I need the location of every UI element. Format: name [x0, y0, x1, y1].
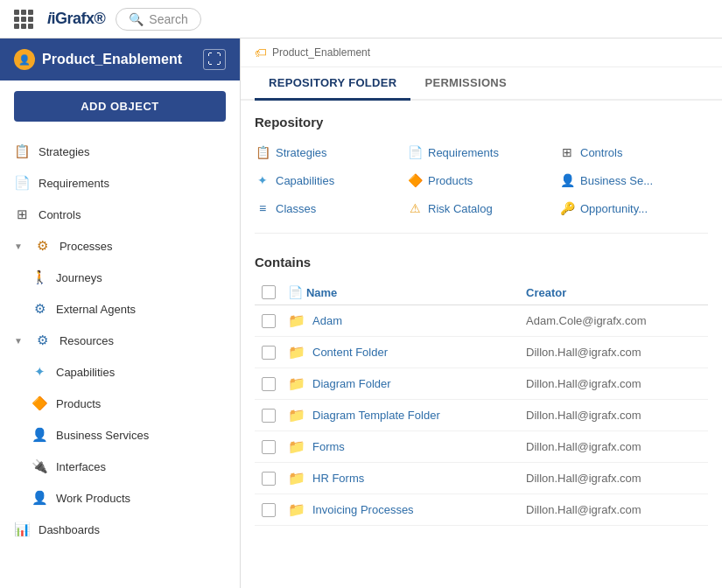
row-checkbox[interactable] — [262, 503, 276, 517]
row-name[interactable]: 📁 Adam — [288, 312, 526, 329]
products-icon: 🔶 — [32, 396, 47, 411]
sidebar-item-controls[interactable]: ⊞ Controls — [0, 199, 240, 230]
repo-item-strategies[interactable]: 📋 Strategies — [255, 142, 403, 163]
row-name[interactable]: 📁 HR Forms — [288, 470, 526, 486]
row-name[interactable]: 📁 Diagram Template Folder — [288, 407, 526, 424]
repository-grid: 📋 Strategies 📄 Requirements ⊞ Controls ✦… — [255, 142, 708, 234]
tab-bar: REPOSITORY FOLDER PERMISSIONS — [241, 67, 722, 101]
repo-item-products[interactable]: 🔶 Products — [407, 170, 556, 191]
row-name-text: Adam — [312, 314, 342, 327]
row-checkbox[interactable] — [262, 314, 276, 328]
content-area: 🏷 Product_Enablement REPOSITORY FOLDER P… — [241, 38, 722, 588]
requirements-icon: 📄 — [14, 175, 30, 191]
row-checkbox[interactable] — [262, 346, 276, 360]
workspace-title-area: 👤 Product_Enablement — [14, 49, 182, 70]
interfaces-icon: 🔌 — [32, 458, 47, 474]
repo-item-opportunity[interactable]: 🔑 Opportunity... — [559, 198, 708, 219]
sidebar-item-work-products[interactable]: 👤 Work Products — [0, 482, 240, 514]
folder-icon: 📁 — [288, 501, 305, 518]
sidebar-label-products: Products — [56, 397, 101, 410]
row-name[interactable]: 📁 Diagram Folder — [288, 375, 526, 392]
top-bar: iiGrafx® 🔍 Search — [0, 0, 722, 38]
row-checkbox[interactable] — [262, 440, 276, 454]
tab-repository-folder[interactable]: REPOSITORY FOLDER — [255, 67, 410, 101]
folder-icon: 📁 — [288, 312, 305, 329]
sidebar-label-external-agents: External Agents — [56, 303, 136, 316]
repo-item-capabilities[interactable]: ✦ Capabilities — [255, 170, 403, 191]
repo-item-business-services[interactable]: 👤 Business Se... — [559, 170, 708, 191]
sidebar-item-dashboards[interactable]: 📊 Dashboards — [0, 514, 240, 545]
row-name[interactable]: 📁 Invoicing Processes — [288, 501, 526, 518]
sidebar-item-external-agents[interactable]: ⚙ External Agents — [0, 293, 240, 325]
repo-products-icon: 🔶 — [407, 173, 423, 187]
table-row: 📁 Adam Adam.Cole@igrafx.com — [255, 305, 708, 337]
folder-icon: 📁 — [288, 438, 305, 455]
folder-icon: 📁 — [288, 470, 305, 486]
row-checkbox[interactable] — [262, 377, 276, 391]
row-checkbox-area — [262, 346, 288, 360]
repo-capabilities-icon: ✦ — [255, 173, 270, 187]
workspace-avatar: 👤 — [14, 49, 35, 70]
repo-strategies-label: Strategies — [276, 146, 327, 159]
repo-requirements-icon: 📄 — [407, 145, 423, 159]
repo-item-classes[interactable]: ≡ Classes — [255, 198, 403, 219]
sidebar-item-journeys[interactable]: 🚶 Journeys — [0, 262, 240, 293]
contains-title: Contains — [255, 255, 708, 270]
repo-controls-icon: ⊞ — [559, 145, 575, 159]
add-object-button[interactable]: ADD OBJECT — [14, 91, 226, 122]
sidebar-item-strategies[interactable]: 📋 Strategies — [0, 136, 240, 167]
sidebar-label-processes: Processes — [60, 240, 113, 253]
row-checkbox-area — [262, 472, 288, 486]
repo-item-requirements[interactable]: 📄 Requirements — [407, 142, 556, 163]
sidebar-item-resources[interactable]: ▼ ⚙ Resources — [0, 325, 240, 356]
row-name-text: HR Forms — [312, 472, 364, 485]
breadcrumb-icon: 🏷 — [255, 46, 267, 60]
repo-requirements-label: Requirements — [428, 146, 499, 159]
sidebar-item-interfaces[interactable]: 🔌 Interfaces — [0, 451, 240, 482]
sidebar-item-capabilities[interactable]: ✦ Capabilities — [0, 356, 240, 388]
row-checkbox[interactable] — [262, 472, 276, 486]
tab-permissions[interactable]: PERMISSIONS — [410, 67, 521, 101]
row-checkbox-area — [262, 503, 288, 517]
app-grid-icon[interactable] — [14, 10, 33, 29]
name-header-icon: 📄 — [288, 285, 306, 299]
repo-risk-icon: ⚠ — [407, 201, 423, 215]
select-all-checkbox[interactable] — [262, 285, 276, 299]
row-name-text: Invoicing Processes — [312, 503, 414, 516]
repo-item-controls[interactable]: ⊞ Controls — [559, 142, 708, 163]
sidebar-item-processes[interactable]: ▼ ⚙ Processes — [0, 230, 240, 262]
external-agents-icon: ⚙ — [32, 301, 47, 317]
breadcrumb: 🏷 Product_Enablement — [241, 38, 722, 67]
row-name[interactable]: 📁 Forms — [288, 438, 526, 455]
table-row: 📁 Content Folder Dillon.Hall@igrafx.com — [255, 337, 708, 368]
folder-icon: 📁 — [288, 407, 305, 424]
sidebar-item-requirements[interactable]: 📄 Requirements — [0, 167, 240, 199]
dashboards-icon: 📊 — [14, 522, 30, 537]
folder-icon: 📁 — [288, 344, 305, 360]
row-creator: Dillon.Hall@igrafx.com — [526, 409, 701, 422]
breadcrumb-label: Product_Enablement — [272, 46, 370, 59]
row-checkbox-area — [262, 377, 288, 391]
work-products-icon: 👤 — [32, 490, 47, 506]
workspace-name: Product_Enablement — [42, 52, 182, 67]
expand-icon[interactable]: ⛶ — [203, 49, 226, 70]
repo-products-label: Products — [428, 174, 473, 187]
row-name[interactable]: 📁 Content Folder — [288, 344, 526, 360]
sidebar-item-products[interactable]: 🔶 Products — [0, 388, 240, 419]
sidebar-item-business-services[interactable]: 👤 Business Services — [0, 419, 240, 451]
repo-item-risk-catalog[interactable]: ⚠ Risk Catalog — [407, 198, 556, 219]
capabilities-icon: ✦ — [32, 364, 47, 380]
repo-business-label: Business Se... — [580, 174, 653, 187]
repository-section: Repository 📋 Strategies 📄 Requirements ⊞… — [255, 115, 708, 234]
repo-opportunity-icon: 🔑 — [559, 201, 575, 215]
row-creator: Dillon.Hall@igrafx.com — [526, 503, 701, 516]
sidebar-label-requirements: Requirements — [39, 177, 109, 190]
repo-risk-label: Risk Catalog — [428, 202, 493, 215]
row-checkbox-area — [262, 409, 288, 423]
row-creator: Dillon.Hall@igrafx.com — [526, 377, 701, 390]
controls-icon: ⊞ — [14, 206, 30, 222]
sidebar-label-dashboards: Dashboards — [39, 523, 100, 536]
app-logo: iiGrafx® — [47, 10, 105, 28]
row-checkbox[interactable] — [262, 409, 276, 423]
search-bar[interactable]: 🔍 Search — [116, 8, 200, 31]
